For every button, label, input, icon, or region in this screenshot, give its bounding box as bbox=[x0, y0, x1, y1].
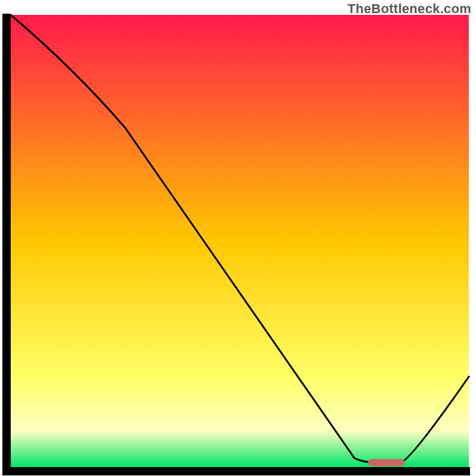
x-axis bbox=[2, 467, 470, 475]
bottleneck-chart bbox=[0, 0, 476, 476]
optimum-marker bbox=[368, 459, 405, 466]
y-axis bbox=[2, 14, 11, 475]
gradient-background bbox=[11, 15, 469, 467]
chart-container: TheBottleneck.com bbox=[0, 0, 476, 476]
watermark-text: TheBottleneck.com bbox=[347, 1, 471, 17]
